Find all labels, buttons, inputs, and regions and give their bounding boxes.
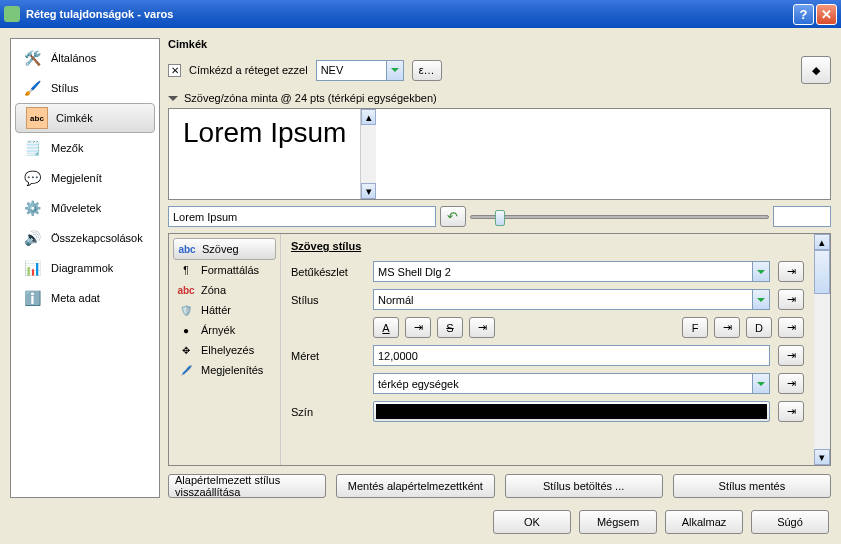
background-icon: 🛡️: [177, 303, 195, 317]
apply-button[interactable]: Alkalmaz: [665, 510, 743, 534]
sidebar-item-label: Stílus: [51, 82, 79, 94]
save-style-button[interactable]: Stílus mentés: [673, 474, 831, 498]
arrow-up-icon[interactable]: ▴: [814, 234, 830, 250]
chart-icon: 📊: [21, 257, 43, 279]
color-override-button[interactable]: ⇥: [778, 401, 804, 422]
reset-preview-button[interactable]: ↶: [440, 206, 466, 227]
underline-button[interactable]: A: [373, 317, 399, 338]
preview-box: Lorem Ipsum ▴ ▾: [168, 108, 831, 200]
subtab-buffer[interactable]: abcZóna: [173, 280, 276, 300]
chevron-down-icon: [386, 61, 403, 80]
sidebar-item-label: Összekapcsolások: [51, 232, 143, 244]
titlebar: Réteg tulajdonságok - varos ? ✕: [0, 0, 841, 28]
sidebar-item-metadata[interactable]: ℹ️ Meta adat: [11, 283, 159, 313]
size-label: Méret: [291, 350, 365, 362]
d-button[interactable]: D: [746, 317, 772, 338]
chevron-down-icon: [752, 262, 769, 281]
label-field-combo[interactable]: NEV: [316, 60, 404, 81]
font-combo[interactable]: MS Shell Dlg 2: [373, 261, 770, 282]
f-override-button[interactable]: ⇥: [714, 317, 740, 338]
font-value: MS Shell Dlg 2: [378, 266, 451, 278]
slider-thumb[interactable]: [495, 210, 505, 226]
f-button[interactable]: F: [682, 317, 708, 338]
labels-panel: Cimkék ✕ Címkézd a réteget ezzel NEV ε… …: [168, 38, 831, 498]
sidebar-item-general[interactable]: 🛠️ Általános: [11, 43, 159, 73]
subtab-formatting[interactable]: ¶Formattálás: [173, 260, 276, 280]
restore-default-style-button[interactable]: Alapértelmezett stílus visszaállítása: [168, 474, 326, 498]
arrow-down-icon[interactable]: ▾: [814, 449, 830, 465]
subtab-background[interactable]: 🛡️Háttér: [173, 300, 276, 320]
save-default-style-button[interactable]: Mentés alapértelmezettként: [336, 474, 494, 498]
style-combo[interactable]: Normál: [373, 289, 770, 310]
sidebar-item-display[interactable]: 💬 Megjelenít: [11, 163, 159, 193]
sidebar-item-label: Diagrammok: [51, 262, 113, 274]
subtab-shadow[interactable]: ●Árnyék: [173, 320, 276, 340]
subtab-text[interactable]: abcSzöveg: [173, 238, 276, 260]
strike-override-button[interactable]: ⇥: [469, 317, 495, 338]
data-defined-icon: ⇥: [787, 377, 796, 390]
dialog-content: 🛠️ Általános 🖌️ Stílus abc Cimkék 🗒️ Mez…: [0, 28, 841, 544]
close-button[interactable]: ✕: [816, 4, 837, 25]
preview-header-text: Szöveg/zóna minta @ 24 pts (térképi egys…: [184, 92, 437, 104]
text-style-title: Szöveg stílus: [291, 240, 804, 252]
abc-icon: abc: [178, 242, 196, 256]
form-scrollbar[interactable]: ▴ ▾: [814, 234, 830, 465]
expression-button[interactable]: ε…: [412, 60, 442, 81]
subtab-label: Szöveg: [202, 243, 239, 255]
data-defined-icon: ⇥: [414, 321, 423, 334]
unit-combo[interactable]: térkép egységek: [373, 373, 770, 394]
unit-override-button[interactable]: ⇥: [778, 373, 804, 394]
data-defined-icon: ⇥: [787, 293, 796, 306]
help-button[interactable]: ?: [793, 4, 814, 25]
app-icon: [4, 6, 20, 22]
cancel-button[interactable]: Mégsem: [579, 510, 657, 534]
preview-scrollbar[interactable]: ▴ ▾: [360, 109, 376, 199]
d-override-button[interactable]: ⇥: [778, 317, 804, 338]
subtab-label: Megjelenítés: [201, 364, 263, 376]
font-override-button[interactable]: ⇥: [778, 261, 804, 282]
ok-button[interactable]: OK: [493, 510, 571, 534]
sidebar-item-label: Műveletek: [51, 202, 101, 214]
arrow-down-icon[interactable]: ▾: [361, 183, 376, 199]
preview-size-slider[interactable]: [470, 206, 831, 227]
sidebar-item-diagrams[interactable]: 📊 Diagrammok: [11, 253, 159, 283]
sidebar-item-label: Általános: [51, 52, 96, 64]
diamond-icon: ◆: [812, 64, 820, 77]
sidebar-item-labels[interactable]: abc Cimkék: [15, 103, 155, 133]
subtab-label: Zóna: [201, 284, 226, 296]
sidebar-item-fields[interactable]: 🗒️ Mezők: [11, 133, 159, 163]
subtab-rendering[interactable]: 🖊️Megjelenítés: [173, 360, 276, 380]
size-override-button[interactable]: ⇥: [778, 345, 804, 366]
strike-button[interactable]: S: [437, 317, 463, 338]
sidebar-item-joins[interactable]: 🔊 Összekapcsolások: [11, 223, 159, 253]
sidebar-item-style[interactable]: 🖌️ Stílus: [11, 73, 159, 103]
sidebar-item-actions[interactable]: ⚙️ Műveletek: [11, 193, 159, 223]
style-label: Stílus: [291, 294, 365, 306]
dialog-buttons: OK Mégsem Alkalmaz Súgó: [10, 506, 831, 534]
color-picker[interactable]: [373, 401, 770, 422]
label-field-value: NEV: [321, 64, 344, 76]
underline-override-button[interactable]: ⇥: [405, 317, 431, 338]
rule-labeling-button[interactable]: ◆: [801, 56, 831, 84]
scroll-thumb[interactable]: [814, 250, 830, 294]
color-label: Szín: [291, 406, 365, 418]
label-enable-checkbox[interactable]: ✕: [168, 64, 181, 77]
size-input[interactable]: 12,0000: [373, 345, 770, 366]
unit-value: térkép egységek: [378, 378, 459, 390]
subtab-placement[interactable]: ✥Elhelyezés: [173, 340, 276, 360]
shadow-icon: ●: [177, 323, 195, 337]
label-with-text: Címkézd a réteget ezzel: [189, 64, 308, 76]
load-style-button[interactable]: Stílus betöltés ...: [505, 474, 663, 498]
preview-text-input[interactable]: Lorem Ipsum: [168, 206, 436, 227]
buffer-icon: abc: [177, 283, 195, 297]
subtab-label: Elhelyezés: [201, 344, 254, 356]
preview-header[interactable]: Szöveg/zóna minta @ 24 pts (térképi egys…: [168, 92, 831, 104]
label-with-row: ✕ Címkézd a réteget ezzel NEV ε… ◆: [168, 56, 831, 84]
help-button[interactable]: Súgó: [751, 510, 829, 534]
wrench-icon: 🛠️: [21, 47, 43, 69]
preview-bg-swatch[interactable]: [773, 206, 831, 227]
sidebar-item-label: Mezők: [51, 142, 83, 154]
data-defined-icon: ⇥: [787, 405, 796, 418]
style-override-button[interactable]: ⇥: [778, 289, 804, 310]
arrow-up-icon[interactable]: ▴: [361, 109, 376, 125]
